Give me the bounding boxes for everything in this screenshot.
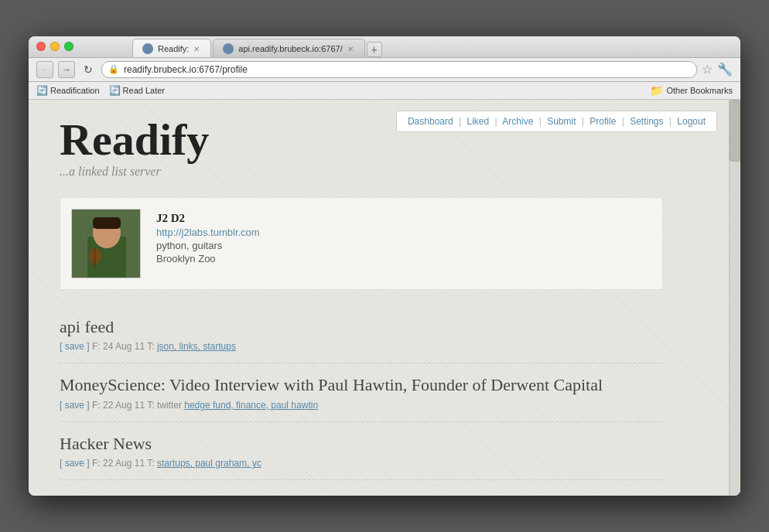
url-text: readify.brubeck.io:6767/profile bbox=[124, 64, 248, 75]
nav-settings[interactable]: Settings bbox=[630, 116, 663, 127]
feed-item-title[interactable]: api feed bbox=[60, 316, 663, 339]
profile-avatar bbox=[71, 209, 141, 278]
feed-container: api feed[ save ] F: 24 Aug 11 T: json, l… bbox=[60, 305, 663, 481]
other-bookmarks[interactable]: Other Bookmarks bbox=[666, 86, 733, 95]
profile-location: Brooklyn Zoo bbox=[156, 253, 260, 264]
nav-dashboard[interactable]: Dashboard bbox=[408, 116, 453, 127]
content-area: Dashboard | Liked | Archive | Submit | P… bbox=[29, 100, 740, 496]
url-security-icon: 🔒 bbox=[108, 64, 119, 74]
scrollbar-thumb[interactable] bbox=[730, 100, 740, 162]
refresh-button[interactable]: ↻ bbox=[80, 61, 97, 78]
svg-rect-3 bbox=[93, 217, 121, 229]
title-bar: Readify: ✕ api.readify.brubeck.io:6767/ … bbox=[29, 36, 740, 58]
tab-1[interactable]: Readify: ✕ bbox=[132, 39, 211, 57]
avatar-svg bbox=[72, 210, 141, 278]
close-button[interactable] bbox=[36, 42, 46, 51]
profile-tags: python, guitars bbox=[156, 240, 260, 251]
profile-name: J2 D2 bbox=[156, 212, 260, 225]
tab-2-favicon bbox=[223, 43, 234, 54]
feed-tags: json, links, startups bbox=[157, 341, 236, 352]
tab-2-label: api.readify.brubeck.io:6767/ bbox=[238, 44, 342, 53]
site-subtitle: ...a linked list server bbox=[60, 165, 663, 179]
feed-tags: hedge fund, finance, paul hawtin bbox=[184, 400, 318, 411]
feed-date: F: 22 Aug 11 bbox=[92, 400, 145, 411]
save-link[interactable]: [ save ] bbox=[60, 400, 90, 411]
back-button[interactable]: ← bbox=[36, 61, 53, 78]
feed-item: api feed[ save ] F: 24 Aug 11 T: json, l… bbox=[60, 305, 663, 364]
tab-2-close[interactable]: ✕ bbox=[347, 45, 355, 53]
browser-window: Readify: ✕ api.readify.brubeck.io:6767/ … bbox=[29, 36, 740, 496]
save-link[interactable]: [ save ] bbox=[60, 341, 90, 352]
address-bar: ← → ↻ 🔒 readify.brubeck.io:6767/profile … bbox=[29, 58, 740, 82]
nav-profile[interactable]: Profile bbox=[590, 116, 616, 127]
new-tab-button[interactable]: + bbox=[367, 42, 382, 57]
page-content: Readify ...a linked list server bbox=[29, 100, 694, 496]
feed-tags: startups, paul graham, yc bbox=[157, 458, 261, 469]
tab-2[interactable]: api.readify.brubeck.io:6767/ ✕ bbox=[213, 39, 364, 57]
url-bar[interactable]: 🔒 readify.brubeck.io:6767/profile bbox=[101, 61, 697, 78]
svg-rect-5 bbox=[94, 248, 96, 268]
page-nav: Dashboard | Liked | Archive | Submit | P… bbox=[396, 111, 717, 132]
feed-item: Hacker News[ save ] F: 22 Aug 11 T: star… bbox=[60, 422, 663, 481]
feed-item: MoneyScience: Video Interview with Paul … bbox=[60, 363, 663, 422]
feed-item-title[interactable]: MoneyScience: Video Interview with Paul … bbox=[60, 374, 663, 397]
nav-submit[interactable]: Submit bbox=[547, 116, 576, 127]
bookmarks-right: 📁 Other Bookmarks bbox=[650, 84, 733, 97]
tab-1-label: Readify: bbox=[158, 44, 189, 53]
feed-date: F: 24 Aug 11 bbox=[92, 341, 145, 352]
settings-wrench[interactable]: 🔧 bbox=[717, 62, 733, 77]
bookmark-readification[interactable]: 🔄 Readification bbox=[36, 85, 100, 96]
tags-label: T: bbox=[147, 341, 154, 352]
minimize-button[interactable] bbox=[50, 42, 60, 51]
tags-label: T: bbox=[147, 400, 154, 411]
bookmark-star[interactable]: ☆ bbox=[702, 62, 713, 77]
feed-source: twitter bbox=[157, 400, 184, 411]
bookmarks-bar: 🔄 Readification 🔄 Read Later 📁 Other Boo… bbox=[29, 82, 740, 100]
nav-liked[interactable]: Liked bbox=[467, 116, 489, 127]
tags-label: T: bbox=[147, 458, 154, 469]
save-link[interactable]: [ save ] bbox=[60, 458, 90, 469]
feed-item-meta: [ save ] F: 22 Aug 11 T: startups, paul … bbox=[60, 458, 663, 469]
tab-1-close[interactable]: ✕ bbox=[193, 45, 201, 53]
forward-button[interactable]: → bbox=[58, 61, 75, 78]
feed-item-meta: [ save ] F: 22 Aug 11 T: twitter hedge f… bbox=[60, 400, 663, 411]
nav-logout[interactable]: Logout bbox=[677, 116, 706, 127]
bookmark-read-later[interactable]: 🔄 Read Later bbox=[109, 85, 165, 96]
feed-date: F: 22 Aug 11 bbox=[92, 458, 145, 469]
profile-url[interactable]: http://j2labs.tumblr.com bbox=[156, 227, 260, 238]
feed-item-title[interactable]: Hacker News bbox=[60, 433, 663, 455]
tab-bar: Readify: ✕ api.readify.brubeck.io:6767/ … bbox=[86, 39, 429, 57]
profile-card: J2 D2 http://j2labs.tumblr.com python, g… bbox=[60, 197, 663, 290]
tab-favicon bbox=[142, 43, 153, 54]
profile-info: J2 D2 http://j2labs.tumblr.com python, g… bbox=[156, 209, 260, 278]
scrollbar[interactable] bbox=[729, 100, 740, 496]
feed-item-meta: [ save ] F: 24 Aug 11 T: json, links, st… bbox=[60, 341, 663, 352]
nav-archive[interactable]: Archive bbox=[502, 116, 533, 127]
maximize-button[interactable] bbox=[64, 42, 73, 51]
